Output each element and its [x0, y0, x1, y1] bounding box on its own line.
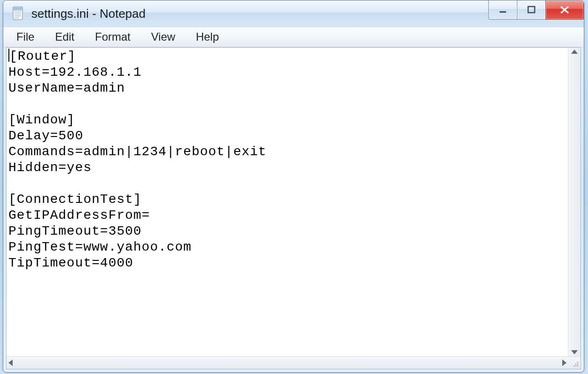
editor-viewport: [Router] Host=192.168.1.1 UserName=admin… [7, 48, 581, 356]
svg-point-13 [575, 366, 577, 367]
vertical-scrollbar[interactable] [568, 48, 581, 356]
svg-point-2 [15, 8, 15, 9]
notepad-icon [11, 6, 26, 21]
svg-rect-11 [528, 7, 535, 13]
title-bar[interactable]: settings.ini - Notepad [3, 0, 584, 27]
scroll-right-icon[interactable] [562, 360, 566, 366]
window-title: settings.ini - Notepad [31, 7, 145, 21]
menu-view[interactable]: View [141, 29, 186, 45]
menu-file[interactable]: File [6, 29, 45, 45]
client-area: [Router] Host=192.168.1.1 UserName=admin… [6, 47, 581, 369]
close-button[interactable] [545, 0, 584, 20]
svg-point-17 [577, 362, 579, 363]
menu-bar: File Edit Format View Help [3, 27, 584, 47]
menu-help[interactable]: Help [186, 29, 229, 45]
svg-point-4 [18, 8, 19, 9]
horizontal-scrollbar[interactable] [7, 356, 581, 369]
svg-point-16 [575, 364, 577, 365]
window-controls [489, 0, 584, 19]
scroll-up-icon[interactable] [571, 50, 578, 54]
menu-format[interactable]: Format [85, 29, 141, 45]
svg-point-14 [577, 364, 579, 365]
svg-point-15 [573, 366, 575, 367]
scroll-down-icon[interactable] [571, 350, 578, 354]
scroll-left-icon[interactable] [8, 360, 13, 366]
resize-grip-icon[interactable] [570, 359, 580, 368]
minimize-button[interactable] [488, 0, 517, 20]
svg-point-5 [20, 8, 21, 9]
text-editor[interactable]: [Router] Host=192.168.1.1 UserName=admin… [7, 48, 568, 356]
svg-point-3 [16, 8, 17, 9]
maximize-button[interactable] [517, 0, 546, 20]
svg-rect-10 [500, 11, 506, 13]
svg-point-12 [577, 366, 579, 367]
menu-edit[interactable]: Edit [45, 29, 85, 45]
notepad-window: settings.ini - Notepad File Edit Format … [3, 0, 584, 373]
